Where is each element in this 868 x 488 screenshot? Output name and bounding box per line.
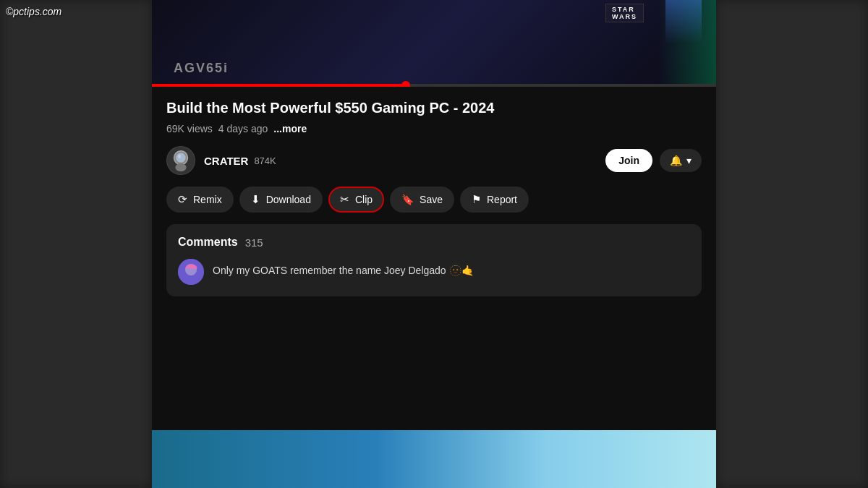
flag-icon: ⚑ xyxy=(472,193,481,206)
svg-point-4 xyxy=(178,154,181,158)
time-ago: 4 days ago xyxy=(218,123,268,134)
more-link[interactable]: ...more xyxy=(273,123,307,134)
comment-text: Only my GOATS remember the name Joey Del… xyxy=(213,259,474,278)
action-buttons-row: ⟳ Remix ⬇ Download ✂ Clip 🔖 Save ⚑ Repor… xyxy=(166,187,702,213)
video-meta: 69K views 4 days ago ...more xyxy=(166,123,702,134)
video-title: Build the Most Powerful $550 Gaming PC -… xyxy=(166,98,702,117)
remix-label: Remix xyxy=(193,194,222,205)
main-content: STARWARS AGV65i Build the Most Powerful … xyxy=(152,0,716,488)
comments-count: 315 xyxy=(245,236,263,249)
agv-label: AGV65i xyxy=(174,61,229,76)
progress-bar[interactable] xyxy=(152,84,716,87)
side-blur-right xyxy=(716,0,868,488)
chevron-down-icon: ▾ xyxy=(686,155,692,166)
video-thumbnail[interactable]: STARWARS AGV65i xyxy=(152,0,716,87)
clip-button[interactable]: ✂ Clip xyxy=(328,187,384,213)
comments-header: Comments 315 xyxy=(178,236,690,249)
info-section: Build the Most Powerful $550 Gaming PC -… xyxy=(152,87,716,430)
download-icon: ⬇ xyxy=(251,193,260,206)
watermark: ©pctips.com xyxy=(6,6,61,17)
clip-label: Clip xyxy=(355,194,373,205)
comment-avatar xyxy=(178,259,204,285)
channel-row: CRATER 874K Join 🔔 ▾ xyxy=(166,146,702,175)
download-label: Download xyxy=(266,194,311,205)
report-label: Report xyxy=(487,194,517,205)
view-count: 69K views xyxy=(166,123,213,134)
bookmark-icon: 🔖 xyxy=(401,194,414,205)
channel-subscribers: 874K xyxy=(254,155,276,166)
svg-point-3 xyxy=(175,163,186,171)
channel-name[interactable]: CRATER xyxy=(204,155,248,167)
comments-section: Comments 315 Only my GOATS remember the … xyxy=(166,224,702,296)
join-button[interactable]: Join xyxy=(605,149,652,172)
report-button[interactable]: ⚑ Report xyxy=(460,187,529,213)
side-blur-left xyxy=(0,0,152,488)
download-button[interactable]: ⬇ Download xyxy=(239,187,323,213)
save-label: Save xyxy=(420,194,443,205)
channel-avatar[interactable] xyxy=(166,146,195,175)
comments-label: Comments xyxy=(178,236,238,249)
progress-dot xyxy=(401,81,410,87)
notification-button[interactable]: 🔔 ▾ xyxy=(660,149,702,172)
svg-point-2 xyxy=(176,153,185,163)
remix-icon: ⟳ xyxy=(178,193,187,206)
progress-fill xyxy=(152,84,406,87)
remix-button[interactable]: ⟳ Remix xyxy=(166,187,234,213)
bottom-strip xyxy=(152,430,716,488)
star-wars-badge: STARWARS xyxy=(605,4,644,22)
save-button[interactable]: 🔖 Save xyxy=(390,187,454,213)
scissors-icon: ✂ xyxy=(340,193,349,206)
bell-icon: 🔔 xyxy=(670,155,682,166)
comment-row: Only my GOATS remember the name Joey Del… xyxy=(178,259,690,285)
blue-accent xyxy=(665,0,702,43)
